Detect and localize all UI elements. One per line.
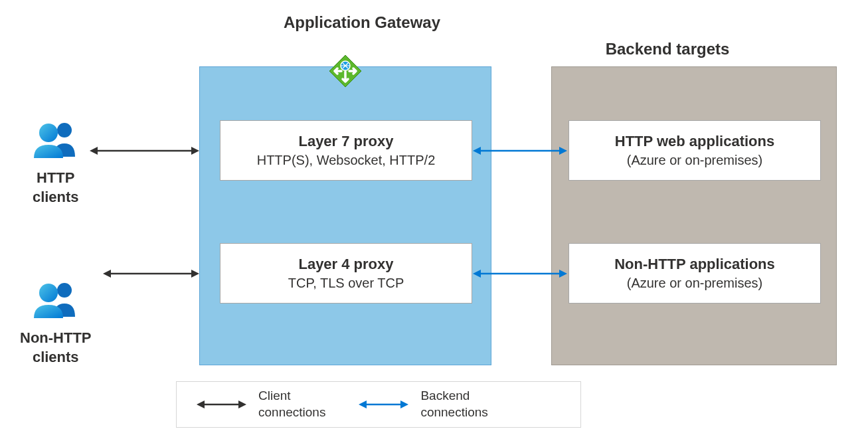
http-web-applications-box: HTTP web applications (Azure or on-premi… — [568, 120, 821, 181]
svg-marker-22 — [359, 400, 367, 408]
svg-point-0 — [57, 123, 72, 137]
svg-marker-17 — [559, 270, 567, 278]
gateway-icon — [328, 54, 363, 91]
non-http-apps-subtitle: (Azure or on-premises) — [582, 276, 807, 291]
http-web-apps-title: HTTP web applications — [582, 133, 807, 150]
double-arrow-blue-icon — [359, 398, 408, 410]
non-http-clients-block: Non-HTTPclients — [20, 280, 92, 367]
backend-arrow-nonhttp — [473, 268, 567, 280]
svg-marker-10 — [103, 270, 111, 278]
svg-marker-23 — [400, 400, 408, 408]
svg-marker-16 — [473, 270, 481, 278]
client-arrow-nonhttp — [103, 268, 199, 280]
backend-arrow-http — [473, 145, 567, 157]
application-gateway-title: Application Gateway — [246, 13, 478, 32]
legend-client-label: Clientconnections — [258, 388, 325, 420]
architecture-diagram: Application Gateway Backend targets — [0, 0, 868, 441]
non-http-clients-label: Non-HTTPclients — [20, 329, 92, 367]
users-icon — [20, 120, 92, 162]
layer7-proxy-title: Layer 7 proxy — [234, 133, 458, 150]
clients-column: HTTPclients Non-HTTPclients — [20, 120, 92, 440]
non-http-apps-title: Non-HTTP applications — [582, 256, 807, 273]
layer7-proxy-box: Layer 7 proxy HTTP(S), Websocket, HTTP/2 — [220, 120, 472, 181]
http-clients-block: HTTPclients — [20, 120, 92, 207]
layer4-proxy-subtitle: TCP, TLS over TCP — [234, 276, 458, 291]
svg-marker-13 — [473, 147, 481, 155]
application-gateway-container: Layer 7 proxy HTTP(S), Websocket, HTTP/2… — [199, 66, 491, 365]
double-arrow-black-icon — [197, 398, 246, 410]
layer4-proxy-box: Layer 4 proxy TCP, TLS over TCP — [220, 243, 472, 304]
svg-point-3 — [39, 284, 58, 302]
svg-marker-7 — [90, 147, 98, 155]
backend-targets-title: Backend targets — [551, 40, 784, 58]
users-icon — [20, 280, 92, 322]
svg-marker-14 — [559, 147, 567, 155]
svg-marker-11 — [191, 270, 199, 278]
layer4-proxy-title: Layer 4 proxy — [234, 256, 458, 273]
non-http-applications-box: Non-HTTP applications (Azure or on-premi… — [568, 243, 821, 304]
http-web-apps-subtitle: (Azure or on-premises) — [582, 153, 807, 168]
layer7-proxy-subtitle: HTTP(S), Websocket, HTTP/2 — [234, 153, 458, 168]
svg-marker-19 — [197, 400, 205, 408]
legend-client-connections: Clientconnections — [197, 388, 325, 420]
legend-backend-label: Backendconnections — [420, 388, 487, 420]
http-clients-label: HTTPclients — [20, 169, 92, 207]
svg-marker-8 — [191, 147, 199, 155]
legend-backend-connections: Backendconnections — [359, 388, 487, 420]
svg-point-2 — [57, 283, 72, 298]
svg-marker-20 — [238, 400, 246, 408]
backend-targets-container: HTTP web applications (Azure or on-premi… — [551, 66, 837, 365]
legend: Clientconnections Backendconnections — [176, 381, 581, 428]
svg-point-1 — [39, 124, 58, 142]
client-arrow-http — [90, 145, 199, 157]
